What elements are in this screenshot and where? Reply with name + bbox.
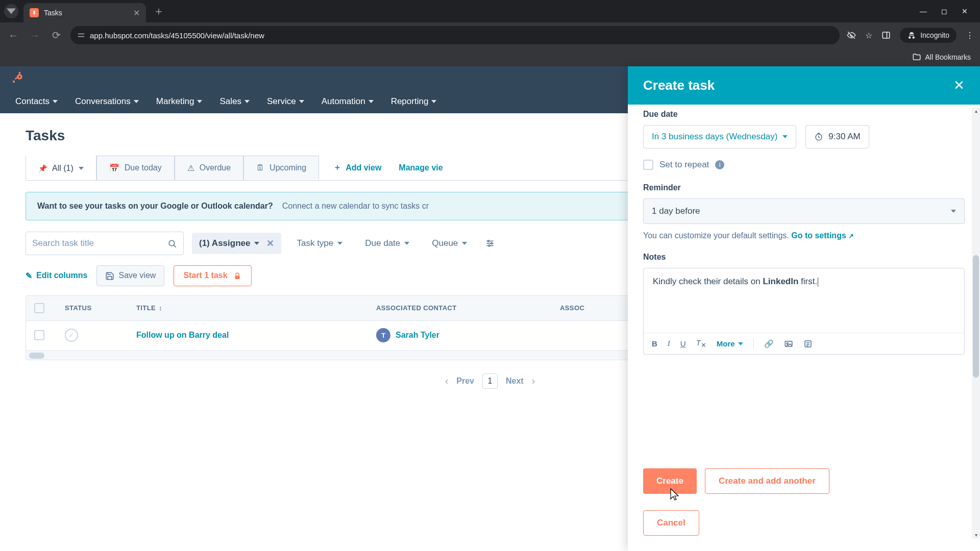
clear-format-button[interactable]: T✕ [696,338,706,349]
filter-assignee[interactable]: (1) Assignee ✕ [192,233,281,254]
bookmark-star-icon[interactable]: ☆ [865,31,872,40]
svg-point-21 [787,343,788,344]
insert-image-button[interactable] [784,339,793,348]
nav-reporting[interactable]: Reporting [391,96,437,107]
reminder-select[interactable]: 1 day before [643,198,965,224]
task-title-link[interactable]: Follow up on Barry deal [136,331,229,340]
status-toggle[interactable]: ✓ [65,329,78,342]
new-tab-button[interactable]: ＋ [153,4,164,19]
scrollbar-thumb[interactable] [973,255,979,378]
chevron-down-icon [197,100,202,103]
prev-page-icon[interactable]: ‹ [445,375,449,387]
due-date-label: Due date [643,110,965,119]
start-task-button[interactable]: Start 1 task [174,265,251,286]
due-time-select[interactable]: 9:30 AM [805,125,869,148]
filter-due-date[interactable]: Due date [358,233,416,254]
contact-link[interactable]: Sarah Tyler [396,331,439,340]
chevron-down-icon [7,7,16,16]
scroll-up-icon[interactable]: ▴ [972,108,980,114]
close-panel-button[interactable]: ✕ [953,78,965,93]
forward-button[interactable]: → [28,30,42,41]
tab-search-button[interactable] [4,4,18,18]
back-button[interactable]: ← [6,30,20,41]
manage-views-link[interactable]: Manage vie [399,163,443,172]
cancel-button[interactable]: Cancel [643,510,699,536]
lock-icon [233,271,242,281]
incognito-indicator[interactable]: Incognito [900,28,957,43]
tab-label: Overdue [200,163,231,172]
next-page-icon[interactable]: › [532,375,535,387]
due-date-select[interactable]: In 3 business days (Wednesday) [643,125,796,148]
tab-overdue[interactable]: ⚠ Overdue [175,156,243,180]
page-number[interactable]: 1 [482,373,498,389]
hubspot-favicon-icon [30,8,39,17]
column-associated-contact[interactable]: ASSOCIATED CONTACT [368,296,552,320]
notes-editor[interactable]: Kindly check their details on LinkedIn f… [643,268,965,355]
svg-point-15 [488,240,489,242]
nav-label: Marketing [156,96,194,107]
chevron-down-icon [254,242,259,245]
svg-point-17 [488,245,490,246]
notes-bold-text: LinkedIn [763,277,798,286]
close-tab-icon[interactable]: ✕ [133,8,140,18]
add-view-button[interactable]: ＋ Add view [333,162,381,173]
save-view-button[interactable]: Save view [96,265,164,286]
reload-button[interactable]: ⟳ [49,29,63,41]
info-icon[interactable]: i [715,160,724,169]
toolbar-more-button[interactable]: More [717,339,743,348]
browser-tab[interactable]: Tasks ✕ [23,3,146,22]
all-bookmarks-link[interactable]: All Bookmarks [925,53,971,61]
more-filters-icon[interactable] [485,239,495,248]
tab-all[interactable]: 📌 All (1) [26,155,96,180]
minimize-icon[interactable]: — [920,7,927,15]
calendar-icon: 📅 [109,163,119,173]
address-bar[interactable]: app.hubspot.com/tasks/45105500/view/all/… [70,26,840,44]
chevron-down-icon [134,100,139,103]
chevron-down-icon [738,342,743,345]
notes-content[interactable]: Kindly check their details on LinkedIn f… [644,268,964,333]
nav-service[interactable]: Service [267,96,304,107]
tab-upcoming[interactable]: 🗓 Upcoming [243,156,319,180]
svg-rect-2 [883,32,890,38]
close-window-icon[interactable]: ✕ [962,7,968,15]
nav-sales[interactable]: Sales [219,96,250,107]
italic-button[interactable]: I [668,339,670,348]
search-input[interactable]: Search task title [26,232,184,255]
filter-label: (1) Assignee [199,238,250,248]
underline-button[interactable]: U [680,339,686,348]
prev-page-button[interactable]: Prev [456,377,474,386]
select-all-checkbox[interactable] [34,303,44,313]
next-page-button[interactable]: Next [506,377,524,386]
nav-label: Service [267,96,296,107]
nav-label: Reporting [391,96,429,107]
scroll-down-icon[interactable]: ▾ [972,532,980,538]
bold-button[interactable]: B [652,339,657,348]
side-panel-icon[interactable] [881,31,891,40]
filter-queue[interactable]: Queue [425,233,474,254]
insert-snippet-button[interactable] [803,339,813,348]
browser-menu-icon[interactable]: ⋮ [966,31,974,40]
chevron-down-icon [951,210,956,213]
calendar-forward-icon: 🗓 [256,163,264,172]
insert-link-button[interactable]: 🔗 [764,339,774,348]
tab-due-today[interactable]: 📅 Due today [96,156,175,180]
create-button[interactable]: Create [643,468,697,494]
row-checkbox[interactable] [34,330,44,340]
filter-task-type[interactable]: Task type [289,233,350,254]
go-to-settings-link[interactable]: Go to settings ↗ [791,231,854,240]
nav-marketing[interactable]: Marketing [156,96,203,107]
create-and-add-another-button[interactable]: Create and add another [705,468,829,494]
column-status[interactable]: STATUS [57,296,128,320]
column-title[interactable]: TITLE ↕ [128,296,368,320]
eye-off-icon[interactable] [847,31,856,40]
bookmarks-folder-icon [912,53,921,62]
repeat-checkbox[interactable] [643,160,653,170]
maximize-icon[interactable]: ◻ [941,7,947,15]
nav-automation[interactable]: Automation [322,96,374,107]
panel-scrollbar[interactable]: ▴ ▾ [972,107,980,539]
nav-conversations[interactable]: Conversations [75,96,139,107]
hubspot-logo-icon[interactable] [10,71,24,85]
clear-filter-icon[interactable]: ✕ [266,238,274,249]
nav-contacts[interactable]: Contacts [15,96,58,107]
edit-columns-button[interactable]: ✎ Edit columns [26,271,87,281]
